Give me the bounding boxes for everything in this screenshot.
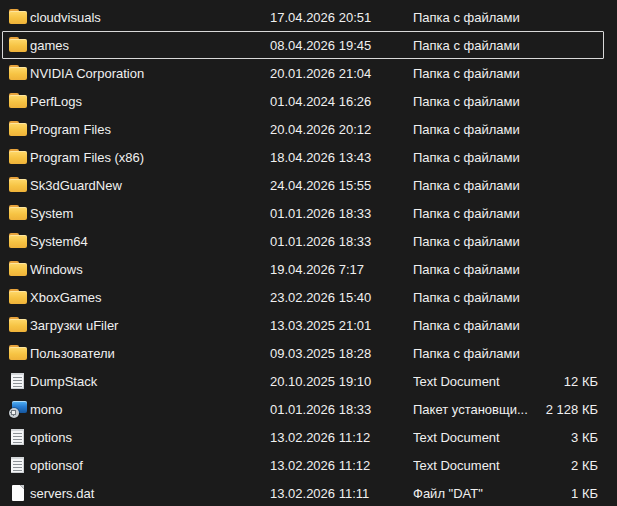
file-row[interactable]: cloudvisuals 17.04.2026 20:51 Папка с фа…: [0, 3, 617, 31]
file-size: 1 КБ: [530, 486, 598, 501]
folder-icon: [8, 204, 28, 222]
file-row[interactable]: Загрузки uFiler 13.03.2025 21:01 Папка с…: [0, 311, 617, 339]
file-row[interactable]: Пользователи 09.03.2025 18:28 Папка с фа…: [0, 339, 617, 367]
file-row[interactable]: Windows 19.04.2026 7:17 Папка с файлами: [0, 255, 617, 283]
file-name: NVIDIA Corporation: [30, 66, 270, 81]
file-name: options: [30, 430, 270, 445]
modified-date: 01.01.2026 18:33: [270, 402, 413, 417]
file-type: Text Document: [413, 430, 530, 445]
file-name: mono: [30, 402, 270, 417]
text-document-icon: [8, 456, 28, 474]
folder-icon: [8, 176, 28, 194]
modified-date: 19.04.2026 7:17: [270, 262, 413, 277]
file-name: DumpStack: [30, 374, 270, 389]
file-type: Папка с файлами: [413, 262, 530, 277]
file-type: Папка с файлами: [413, 234, 530, 249]
file-name: Загрузки uFiler: [30, 318, 270, 333]
folder-icon: [8, 64, 28, 82]
text-document-icon: [8, 372, 28, 390]
file-name: Sk3dGuardNew: [30, 178, 270, 193]
file-name: Program Files: [30, 122, 270, 137]
file-row[interactable]: DumpStack 20.10.2025 19:10 Text Document…: [0, 367, 617, 395]
file-type: Text Document: [413, 374, 530, 389]
folder-icon: [8, 260, 28, 278]
file-row[interactable]: Program Files 20.04.2026 20:12 Папка с ф…: [0, 115, 617, 143]
folder-icon: [8, 316, 28, 334]
folder-icon: [8, 8, 28, 26]
file-type: Text Document: [413, 458, 530, 473]
modified-date: 23.02.2026 15:40: [270, 290, 413, 305]
file-type: Папка с файлами: [413, 290, 530, 305]
file-list: cloudvisuals 17.04.2026 20:51 Папка с фа…: [0, 0, 617, 506]
file-name: Windows: [30, 262, 270, 277]
file-name: optionsof: [30, 458, 270, 473]
file-size: 2 128 КБ: [530, 402, 598, 417]
file-type: Папка с файлами: [413, 318, 530, 333]
file-type: Папка с файлами: [413, 10, 530, 25]
file-type: Папка с файлами: [413, 66, 530, 81]
file-row[interactable]: options 13.02.2026 11:12 Text Document 3…: [0, 423, 617, 451]
modified-date: 13.02.2026 11:11: [270, 486, 413, 501]
file-size: 2 КБ: [530, 458, 598, 473]
file-name: cloudvisuals: [30, 10, 270, 25]
modified-date: 17.04.2026 20:51: [270, 10, 413, 25]
file-type: Файл "DAT": [413, 486, 530, 501]
folder-icon: [8, 120, 28, 138]
file-type: Папка с файлами: [413, 346, 530, 361]
modified-date: 24.04.2026 15:55: [270, 178, 413, 193]
modified-date: 13.02.2026 11:12: [270, 430, 413, 445]
file-row[interactable]: NVIDIA Corporation 20.01.2026 21:04 Папк…: [0, 59, 617, 87]
folder-icon: [8, 92, 28, 110]
dat-file-icon: [8, 484, 28, 502]
file-type: Папка с файлами: [413, 206, 530, 221]
file-size: 3 КБ: [530, 430, 598, 445]
file-row[interactable]: games 08.04.2026 19:45 Папка с файлами: [0, 31, 617, 59]
file-type: Пакет установщи...: [413, 402, 530, 417]
file-row[interactable]: PerfLogs 01.04.2024 16:26 Папка с файлам…: [0, 87, 617, 115]
modified-date: 13.02.2026 11:12: [270, 458, 413, 473]
file-row[interactable]: System 01.01.2026 18:33 Папка с файлами: [0, 199, 617, 227]
installer-package-icon: [8, 400, 28, 418]
file-type: Папка с файлами: [413, 178, 530, 193]
file-row[interactable]: XboxGames 23.02.2026 15:40 Папка с файла…: [0, 283, 617, 311]
modified-date: 18.04.2026 13:43: [270, 150, 413, 165]
file-type: Папка с файлами: [413, 94, 530, 109]
file-type: Папка с файлами: [413, 150, 530, 165]
text-document-icon: [8, 428, 28, 446]
folder-icon: [8, 36, 28, 54]
folder-icon: [8, 232, 28, 250]
modified-date: 13.03.2025 21:01: [270, 318, 413, 333]
modified-date: 01.04.2024 16:26: [270, 94, 413, 109]
file-row[interactable]: optionsof 13.02.2026 11:12 Text Document…: [0, 451, 617, 479]
file-name: Пользователи: [30, 346, 270, 361]
folder-icon: [8, 148, 28, 166]
modified-date: 20.10.2025 19:10: [270, 374, 413, 389]
folder-icon: [8, 344, 28, 362]
modified-date: 08.04.2026 19:45: [270, 38, 413, 53]
file-row[interactable]: Sk3dGuardNew 24.04.2026 15:55 Папка с фа…: [0, 171, 617, 199]
folder-icon: [8, 288, 28, 306]
file-name: XboxGames: [30, 290, 270, 305]
file-row[interactable]: Program Files (x86) 18.04.2026 13:43 Пап…: [0, 143, 617, 171]
file-size: 12 КБ: [530, 374, 598, 389]
file-name: System64: [30, 234, 270, 249]
file-name: servers.dat: [30, 486, 270, 501]
file-row[interactable]: System64 01.01.2026 18:33 Папка с файлам…: [0, 227, 617, 255]
file-row[interactable]: mono 01.01.2026 18:33 Пакет установщи...…: [0, 395, 617, 423]
modified-date: 20.04.2026 20:12: [270, 122, 413, 137]
modified-date: 09.03.2025 18:28: [270, 346, 413, 361]
file-type: Папка с файлами: [413, 38, 530, 53]
file-name: Program Files (x86): [30, 150, 270, 165]
file-row[interactable]: servers.dat 13.02.2026 11:11 Файл "DAT" …: [0, 479, 617, 506]
file-name: System: [30, 206, 270, 221]
modified-date: 01.01.2026 18:33: [270, 234, 413, 249]
file-name: PerfLogs: [30, 94, 270, 109]
modified-date: 01.01.2026 18:33: [270, 206, 413, 221]
file-type: Папка с файлами: [413, 122, 530, 137]
modified-date: 20.01.2026 21:04: [270, 66, 413, 81]
file-name: games: [30, 38, 270, 53]
